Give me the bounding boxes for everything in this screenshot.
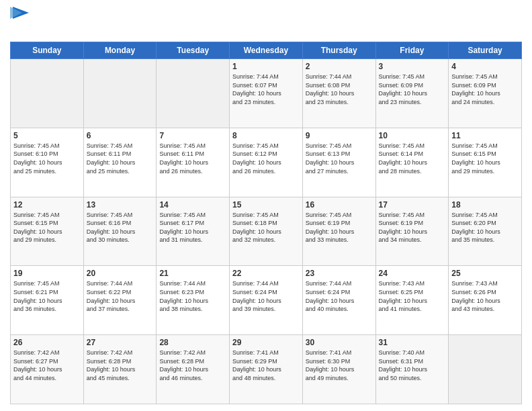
day-info: Sunrise: 7:45 AM Sunset: 6:13 PM Dayligh… [306,142,373,175]
day-header-saturday: Saturday [449,42,522,59]
calendar-week-4: 19Sunrise: 7:45 AM Sunset: 6:21 PM Dayli… [11,266,522,335]
day-number: 8 [232,131,300,140]
day-info: Sunrise: 7:44 AM Sunset: 6:22 PM Dayligh… [87,279,154,313]
day-header-sunday: Sunday [11,42,84,59]
day-info: Sunrise: 7:45 AM Sunset: 6:15 PM Dayligh… [13,211,81,244]
calendar-cell: 19Sunrise: 7:45 AM Sunset: 6:21 PM Dayli… [11,266,84,335]
calendar-cell: 12Sunrise: 7:45 AM Sunset: 6:15 PM Dayli… [11,197,84,266]
calendar-week-1: 1Sunrise: 7:44 AM Sunset: 6:07 PM Daylig… [11,59,522,128]
day-info: Sunrise: 7:42 AM Sunset: 6:28 PM Dayligh… [87,349,154,382]
calendar-week-2: 5Sunrise: 7:45 AM Sunset: 6:10 PM Daylig… [11,128,522,197]
calendar-cell: 5Sunrise: 7:45 AM Sunset: 6:10 PM Daylig… [11,128,84,197]
day-number: 9 [306,131,373,140]
logo [10,7,29,36]
calendar-cell: 15Sunrise: 7:45 AM Sunset: 6:18 PM Dayli… [230,197,303,266]
day-info: Sunrise: 7:45 AM Sunset: 6:10 PM Dayligh… [13,142,81,175]
day-number: 16 [306,200,373,210]
calendar-cell [11,59,84,128]
day-number: 11 [451,131,519,140]
calendar-cell: 31Sunrise: 7:40 AM Sunset: 6:31 PM Dayli… [375,335,449,404]
calendar-cell: 1Sunrise: 7:44 AM Sunset: 6:07 PM Daylig… [230,59,303,128]
day-info: Sunrise: 7:45 AM Sunset: 6:20 PM Dayligh… [451,211,519,244]
day-info: Sunrise: 7:44 AM Sunset: 6:08 PM Dayligh… [306,73,373,106]
calendar-week-5: 26Sunrise: 7:42 AM Sunset: 6:27 PM Dayli… [11,335,522,404]
calendar-cell: 20Sunrise: 7:44 AM Sunset: 6:22 PM Dayli… [83,266,157,335]
day-number: 21 [159,269,226,278]
day-number: 2 [306,62,373,71]
day-info: Sunrise: 7:42 AM Sunset: 6:28 PM Dayligh… [159,349,226,382]
day-header-thursday: Thursday [302,42,375,59]
calendar-cell: 6Sunrise: 7:45 AM Sunset: 6:11 PM Daylig… [83,128,157,197]
day-number: 3 [379,62,446,71]
header [10,7,522,36]
day-number: 5 [13,131,81,140]
day-info: Sunrise: 7:40 AM Sunset: 6:31 PM Dayligh… [379,349,446,382]
day-number: 15 [232,200,300,210]
day-info: Sunrise: 7:41 AM Sunset: 6:29 PM Dayligh… [232,349,300,382]
calendar-cell: 24Sunrise: 7:43 AM Sunset: 6:25 PM Dayli… [375,266,449,335]
calendar-cell: 29Sunrise: 7:41 AM Sunset: 6:29 PM Dayli… [230,335,303,404]
calendar-week-3: 12Sunrise: 7:45 AM Sunset: 6:15 PM Dayli… [11,197,522,266]
calendar-cell: 30Sunrise: 7:41 AM Sunset: 6:30 PM Dayli… [302,335,375,404]
calendar-table: SundayMondayTuesdayWednesdayThursdayFrid… [10,42,522,404]
day-info: Sunrise: 7:42 AM Sunset: 6:27 PM Dayligh… [13,349,81,382]
day-info: Sunrise: 7:45 AM Sunset: 6:17 PM Dayligh… [159,211,226,244]
day-number: 20 [87,269,154,278]
calendar-cell: 14Sunrise: 7:45 AM Sunset: 6:17 PM Dayli… [157,197,230,266]
day-number: 25 [451,269,519,278]
day-info: Sunrise: 7:45 AM Sunset: 6:14 PM Dayligh… [379,142,446,175]
day-number: 1 [232,62,300,71]
logo-icon [10,7,29,19]
day-info: Sunrise: 7:45 AM Sunset: 6:09 PM Dayligh… [379,73,446,106]
calendar-cell: 25Sunrise: 7:43 AM Sunset: 6:26 PM Dayli… [449,266,522,335]
calendar-cell: 23Sunrise: 7:44 AM Sunset: 6:24 PM Dayli… [302,266,375,335]
calendar-cell: 3Sunrise: 7:45 AM Sunset: 6:09 PM Daylig… [375,59,449,128]
calendar-cell: 11Sunrise: 7:45 AM Sunset: 6:15 PM Dayli… [449,128,522,197]
day-header-monday: Monday [83,42,157,59]
calendar-cell: 28Sunrise: 7:42 AM Sunset: 6:28 PM Dayli… [157,335,230,404]
calendar-cell: 18Sunrise: 7:45 AM Sunset: 6:20 PM Dayli… [449,197,522,266]
day-number: 19 [13,269,81,278]
day-number: 22 [232,269,300,278]
calendar-cell: 7Sunrise: 7:45 AM Sunset: 6:11 PM Daylig… [157,128,230,197]
day-number: 4 [451,62,519,71]
day-info: Sunrise: 7:45 AM Sunset: 6:16 PM Dayligh… [87,211,154,244]
calendar-cell: 8Sunrise: 7:45 AM Sunset: 6:12 PM Daylig… [230,128,303,197]
day-info: Sunrise: 7:43 AM Sunset: 6:26 PM Dayligh… [451,279,519,313]
day-number: 13 [87,200,154,210]
day-info: Sunrise: 7:45 AM Sunset: 6:09 PM Dayligh… [451,73,519,106]
day-info: Sunrise: 7:45 AM Sunset: 6:15 PM Dayligh… [451,142,519,175]
day-info: Sunrise: 7:45 AM Sunset: 6:21 PM Dayligh… [13,279,81,313]
calendar-cell [449,335,522,404]
calendar-cell: 17Sunrise: 7:45 AM Sunset: 6:19 PM Dayli… [375,197,449,266]
day-number: 24 [379,269,446,278]
day-number: 31 [379,338,446,347]
day-number: 30 [306,338,373,347]
day-info: Sunrise: 7:45 AM Sunset: 6:18 PM Dayligh… [232,211,300,244]
calendar-cell [83,59,157,128]
calendar-cell: 2Sunrise: 7:44 AM Sunset: 6:08 PM Daylig… [302,59,375,128]
calendar-cell: 4Sunrise: 7:45 AM Sunset: 6:09 PM Daylig… [449,59,522,128]
day-header-friday: Friday [375,42,449,59]
calendar-cell: 26Sunrise: 7:42 AM Sunset: 6:27 PM Dayli… [11,335,84,404]
calendar-cell: 13Sunrise: 7:45 AM Sunset: 6:16 PM Dayli… [83,197,157,266]
calendar-page: SundayMondayTuesdayWednesdayThursdayFrid… [0,0,532,411]
day-info: Sunrise: 7:45 AM Sunset: 6:19 PM Dayligh… [306,211,373,244]
day-number: 10 [379,131,446,140]
calendar-cell: 22Sunrise: 7:44 AM Sunset: 6:24 PM Dayli… [230,266,303,335]
day-info: Sunrise: 7:45 AM Sunset: 6:11 PM Dayligh… [87,142,154,175]
day-info: Sunrise: 7:45 AM Sunset: 6:19 PM Dayligh… [379,211,446,244]
day-number: 17 [379,200,446,210]
day-number: 7 [159,131,226,140]
day-info: Sunrise: 7:43 AM Sunset: 6:25 PM Dayligh… [379,279,446,313]
day-number: 12 [13,200,81,210]
day-info: Sunrise: 7:44 AM Sunset: 6:24 PM Dayligh… [306,279,373,313]
day-number: 26 [13,338,81,347]
day-number: 23 [306,269,373,278]
day-info: Sunrise: 7:45 AM Sunset: 6:12 PM Dayligh… [232,142,300,175]
day-info: Sunrise: 7:41 AM Sunset: 6:30 PM Dayligh… [306,349,373,382]
calendar-cell: 10Sunrise: 7:45 AM Sunset: 6:14 PM Dayli… [375,128,449,197]
day-number: 28 [159,338,226,347]
day-number: 29 [232,338,300,347]
day-info: Sunrise: 7:44 AM Sunset: 6:24 PM Dayligh… [232,279,300,313]
